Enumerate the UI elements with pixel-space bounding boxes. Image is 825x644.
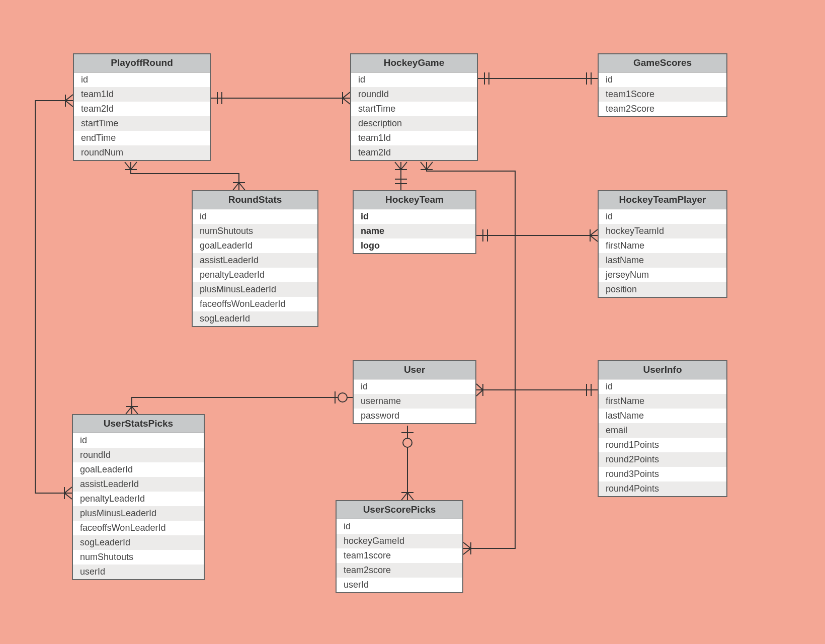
- entity-title: PlayoffRound: [74, 54, 210, 72]
- field-row: team1Id: [351, 131, 477, 145]
- field-row: hockeyGameId: [337, 534, 462, 548]
- field-row: id: [354, 379, 475, 394]
- field-row: numShutouts: [73, 550, 204, 565]
- entity-fields: idteam1Scoreteam2Score: [599, 72, 726, 116]
- svg-line-13: [131, 162, 137, 170]
- field-row: faceoffsWonLeaderId: [73, 521, 204, 535]
- field-row: sogLeaderId: [193, 311, 317, 326]
- field-row: round3Points: [599, 467, 726, 481]
- field-row: goalLeaderId: [193, 238, 317, 253]
- svg-line-34: [463, 548, 471, 554]
- field-row: position: [599, 282, 726, 297]
- field-row: team2Score: [599, 102, 726, 116]
- field-row: password: [354, 409, 475, 423]
- field-row: jerseyNum: [599, 268, 726, 282]
- svg-point-41: [338, 393, 347, 402]
- field-row: endTime: [74, 131, 210, 145]
- field-row: firstName: [599, 394, 726, 409]
- entity-fields: idhockeyGameIdteam1scoreteam2scoreuserId: [337, 519, 462, 592]
- field-row: lastName: [599, 409, 726, 423]
- field-row: username: [354, 394, 475, 409]
- svg-line-30: [421, 162, 427, 170]
- field-row: lastName: [599, 253, 726, 268]
- entity-title: HockeyGame: [351, 54, 477, 72]
- svg-line-5: [343, 98, 350, 104]
- entity-roundstats[interactable]: RoundStats idnumShutoutsgoalLeaderIdassi…: [192, 190, 318, 327]
- field-row: id: [599, 209, 726, 224]
- field-row: name: [354, 224, 475, 238]
- entity-fields: idnamelogo: [354, 209, 475, 253]
- entity-playoffround[interactable]: PlayoffRound idteam1Idteam2IdstartTimeen…: [73, 53, 211, 161]
- field-row: assistLeaderId: [73, 477, 204, 492]
- field-row: round4Points: [599, 481, 726, 496]
- entity-userstatspicks[interactable]: UserStatsPicks idroundIdgoalLeaderIdassi…: [72, 414, 205, 580]
- field-row: id: [354, 209, 475, 224]
- svg-point-48: [403, 438, 412, 447]
- field-row: faceoffsWonLeaderId: [193, 297, 317, 311]
- entity-title: User: [354, 361, 475, 379]
- entity-fields: idfirstNamelastNameemailround1Pointsroun…: [599, 379, 726, 496]
- svg-line-54: [65, 101, 73, 107]
- svg-line-33: [463, 542, 471, 548]
- entity-title: HockeyTeam: [354, 191, 475, 209]
- svg-line-4: [343, 92, 350, 98]
- field-row: hockeyTeamId: [599, 224, 726, 238]
- svg-line-53: [65, 95, 73, 101]
- field-row: logo: [354, 238, 475, 253]
- field-row: team1score: [337, 548, 462, 563]
- svg-line-57: [64, 493, 72, 499]
- field-row: plusMinusLeaderId: [73, 506, 204, 521]
- svg-line-28: [590, 235, 598, 242]
- field-row: id: [193, 209, 317, 224]
- svg-line-31: [427, 162, 433, 170]
- entity-hockeyteamplayer[interactable]: HockeyTeamPlayer idhockeyTeamIdfirstName…: [598, 190, 727, 298]
- field-row: plusMinusLeaderId: [193, 282, 317, 297]
- field-row: team2score: [337, 563, 462, 578]
- field-row: id: [337, 519, 462, 534]
- field-row: startTime: [74, 116, 210, 131]
- field-row: penaltyLeaderId: [193, 268, 317, 282]
- field-row: description: [351, 116, 477, 131]
- field-row: roundId: [73, 448, 204, 462]
- entity-fields: idusernamepassword: [354, 379, 475, 423]
- entity-fields: idnumShutoutsgoalLeaderIdassistLeaderIdp…: [193, 209, 317, 326]
- field-row: id: [351, 72, 477, 87]
- field-row: email: [599, 423, 726, 438]
- svg-line-51: [407, 493, 414, 500]
- entity-user[interactable]: User idusernamepassword: [353, 360, 476, 424]
- entity-fields: idroundIdgoalLeaderIdassistLeaderIdpenal…: [73, 433, 204, 579]
- field-row: sogLeaderId: [73, 535, 204, 550]
- svg-line-44: [126, 407, 132, 414]
- field-row: team2Id: [351, 145, 477, 160]
- entity-hockeyteam[interactable]: HockeyTeam idnamelogo: [353, 190, 476, 254]
- field-row: userId: [73, 565, 204, 579]
- svg-line-27: [590, 229, 598, 235]
- field-row: round1Points: [599, 438, 726, 452]
- entity-fields: idroundIdstartTimedescriptionteam1Idteam…: [351, 72, 477, 160]
- svg-line-38: [476, 390, 483, 396]
- field-row: penaltyLeaderId: [73, 492, 204, 506]
- entity-fields: idhockeyTeamIdfirstNamelastNamejerseyNum…: [599, 209, 726, 297]
- field-row: assistLeaderId: [193, 253, 317, 268]
- svg-line-20: [401, 162, 407, 170]
- entity-hockeygame[interactable]: HockeyGame idroundIdstartTimedescription…: [350, 53, 478, 161]
- entity-fields: idteam1Idteam2IdstartTimeendTimeroundNum: [74, 72, 210, 160]
- svg-line-45: [132, 407, 138, 414]
- entity-userscorepicks[interactable]: UserScorePicks idhockeyGameIdteam1scoret…: [336, 500, 463, 593]
- entity-title: GameScores: [599, 54, 726, 72]
- entity-title: UserInfo: [599, 361, 726, 379]
- field-row: team1Id: [74, 87, 210, 102]
- field-row: id: [599, 72, 726, 87]
- field-row: goalLeaderId: [73, 462, 204, 477]
- diagram-canvas: PlayoffRound idteam1Idteam2IdstartTimeen…: [0, 0, 825, 644]
- entity-userinfo[interactable]: UserInfo idfirstNamelastNameemailround1P…: [598, 360, 727, 497]
- field-row: id: [73, 433, 204, 448]
- entity-title: UserScorePicks: [337, 501, 462, 519]
- entity-title: UserStatsPicks: [73, 415, 204, 433]
- svg-line-56: [64, 487, 72, 493]
- field-row: numShutouts: [193, 224, 317, 238]
- entity-gamescores[interactable]: GameScores idteam1Scoreteam2Score: [598, 53, 727, 117]
- field-row: team1Score: [599, 87, 726, 102]
- svg-line-16: [239, 183, 245, 190]
- field-row: team2Id: [74, 102, 210, 116]
